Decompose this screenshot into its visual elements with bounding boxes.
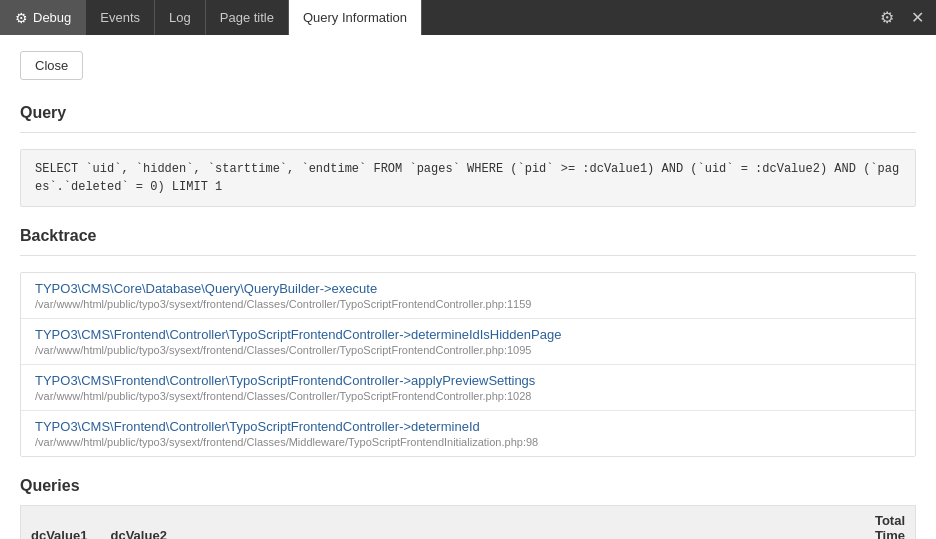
queries-table: dcValue1 dcValue2 Total Time [ms] 0 80 2… [20,505,916,539]
tab-bar: ⚙ Debug Events Log Page title Query Info… [0,0,936,35]
backtrace-class[interactable]: TYPO3\CMS\Frontend\Controller\TypoScript… [35,419,901,434]
tab-log-label: Log [169,10,191,25]
backtrace-item: TYPO3\CMS\Core\Database\Query\QueryBuild… [21,273,915,319]
settings-button[interactable]: ⚙ [872,3,902,33]
debug-icon: ⚙ [15,10,28,26]
tab-debug-label: Debug [33,10,71,25]
backtrace-file: /var/www/html/public/typo3/sysext/fronte… [35,436,901,448]
tab-events-label: Events [100,10,140,25]
query-heading: Query [20,104,916,122]
tab-log[interactable]: Log [155,0,206,35]
tab-debug[interactable]: ⚙ Debug [0,0,86,35]
backtrace-file: /var/www/html/public/typo3/sysext/fronte… [35,344,901,356]
queries-section: Queries dcValue1 dcValue2 Total Time [ms… [20,477,916,539]
backtrace-section: Backtrace TYPO3\CMS\Core\Database\Query\… [20,227,916,457]
backtrace-item: TYPO3\CMS\Frontend\Controller\TypoScript… [21,365,915,411]
query-divider [20,132,916,133]
col-header-time: Total Time [ms] [836,506,916,540]
col-header-dc1: dcValue1 [21,506,101,540]
main-content: Close Query SELECT `uid`, `hidden`, `sta… [0,35,936,539]
backtrace-divider [20,255,916,256]
col-header-bar [736,506,836,540]
queries-heading: Queries [20,477,916,495]
backtrace-file: /var/www/html/public/typo3/sysext/fronte… [35,390,901,402]
tab-page-title[interactable]: Page title [206,0,289,35]
backtrace-heading: Backtrace [20,227,916,245]
backtrace-item: TYPO3\CMS\Frontend\Controller\TypoScript… [21,411,915,456]
tab-page-title-label: Page title [220,10,274,25]
backtrace-file: /var/www/html/public/typo3/sysext/fronte… [35,298,901,310]
close-button-label: Close [35,58,68,73]
settings-icon: ⚙ [880,8,894,27]
close-tab-button[interactable]: ✕ [902,3,932,33]
backtrace-class[interactable]: TYPO3\CMS\Frontend\Controller\TypoScript… [35,327,901,342]
tab-events[interactable]: Events [86,0,155,35]
query-section: Query SELECT `uid`, `hidden`, `starttime… [20,104,916,207]
tab-actions: ⚙ ✕ [872,3,932,33]
close-tab-icon: ✕ [911,8,924,27]
col-header-spacer [201,506,736,540]
query-sql: SELECT `uid`, `hidden`, `starttime`, `en… [20,149,916,207]
backtrace-item: TYPO3\CMS\Frontend\Controller\TypoScript… [21,319,915,365]
backtrace-class[interactable]: TYPO3\CMS\Core\Database\Query\QueryBuild… [35,281,901,296]
close-button[interactable]: Close [20,51,83,80]
tab-query-information-label: Query Information [303,10,407,25]
backtrace-container: TYPO3\CMS\Core\Database\Query\QueryBuild… [20,272,916,457]
queries-table-header-row: dcValue1 dcValue2 Total Time [ms] [21,506,916,540]
tab-query-information[interactable]: Query Information [289,0,422,35]
backtrace-class[interactable]: TYPO3\CMS\Frontend\Controller\TypoScript… [35,373,901,388]
col-header-dc2: dcValue2 [101,506,201,540]
